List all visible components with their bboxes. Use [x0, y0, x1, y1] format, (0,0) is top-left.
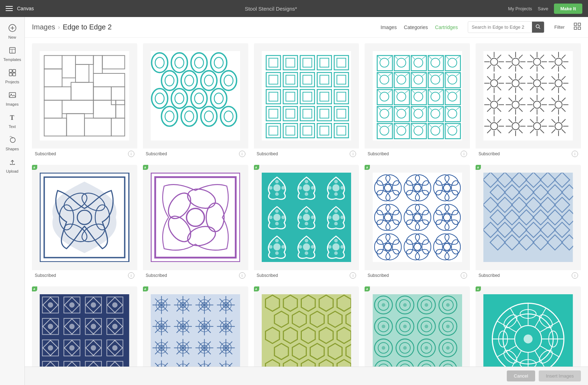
- info-icon[interactable]: i: [572, 272, 578, 279]
- svg-point-420: [273, 243, 281, 250]
- image-card[interactable]: Subscribed i: [476, 43, 581, 159]
- image-card[interactable]: Subscribed i: [476, 165, 581, 281]
- image-card[interactable]: Subscribed i: [254, 286, 359, 367]
- info-icon[interactable]: i: [350, 272, 356, 279]
- svg-text:T: T: [10, 114, 14, 121]
- image-thumbnail: [143, 286, 248, 367]
- subscription-badge: [476, 165, 481, 170]
- info-icon[interactable]: i: [572, 151, 578, 157]
- image-card[interactable]: Subscribed i: [32, 165, 137, 281]
- breadcrumb-parent[interactable]: Images: [32, 23, 55, 31]
- card-label: Subscribed: [35, 151, 56, 156]
- grid-toggle-button[interactable]: [574, 23, 581, 32]
- svg-rect-75: [262, 51, 351, 140]
- svg-point-790: [403, 325, 406, 328]
- info-icon[interactable]: i: [239, 272, 245, 279]
- svg-point-404: [334, 180, 338, 183]
- save-button[interactable]: Save: [538, 6, 548, 11]
- sidebar-item-images[interactable]: Images: [0, 88, 24, 110]
- search-button[interactable]: [532, 22, 544, 33]
- svg-point-15: [536, 25, 539, 28]
- info-icon[interactable]: i: [128, 272, 134, 279]
- sidebar-item-upload[interactable]: Upload: [0, 155, 24, 177]
- svg-rect-10: [9, 93, 16, 97]
- image-thumbnail: [32, 165, 137, 270]
- image-card[interactable]: Subscribed i: [32, 286, 137, 367]
- sidebar-item-projects-label: Projects: [5, 80, 20, 84]
- info-icon[interactable]: i: [128, 151, 134, 157]
- svg-rect-17: [574, 23, 577, 26]
- card-footer: Subscribed i: [365, 149, 470, 159]
- svg-point-418: [328, 216, 332, 219]
- nav-cartridges[interactable]: Cartridges: [435, 24, 458, 30]
- image-thumbnail: [365, 43, 470, 149]
- insert-images-button[interactable]: Insert Images: [539, 370, 581, 381]
- image-thumbnail: [143, 43, 248, 149]
- sidebar-item-templates[interactable]: Templates: [0, 43, 24, 65]
- info-icon[interactable]: i: [239, 151, 245, 157]
- sidebar-item-shapes[interactable]: Shapes: [0, 132, 24, 155]
- filter-button[interactable]: Filter: [554, 24, 565, 30]
- image-card[interactable]: Subscribed i: [254, 43, 359, 159]
- svg-point-784: [446, 303, 450, 307]
- new-icon: [9, 24, 16, 34]
- image-grid-area: Subscribed i Subscribed i Subscribed i S…: [25, 38, 588, 367]
- card-label: Subscribed: [478, 151, 500, 156]
- svg-rect-7: [13, 69, 16, 72]
- svg-point-414: [305, 209, 308, 213]
- svg-point-427: [305, 251, 308, 255]
- card-footer: Subscribed i: [143, 270, 248, 281]
- sidebar-item-new[interactable]: New: [0, 21, 24, 43]
- my-projects-link[interactable]: My Projects: [508, 6, 532, 11]
- subscription-badge: [476, 286, 481, 291]
- svg-point-412: [305, 222, 308, 225]
- subscription-badge: [365, 165, 370, 170]
- info-icon[interactable]: i: [350, 151, 356, 157]
- breadcrumb-current: Edge to Edge 2: [63, 23, 112, 31]
- breadcrumb: Images › Edge to Edge 2: [32, 23, 112, 31]
- subscription-badge: [32, 286, 37, 291]
- card-footer: Subscribed i: [365, 270, 470, 281]
- make-it-button[interactable]: Make It: [554, 4, 582, 14]
- info-icon[interactable]: i: [461, 151, 467, 157]
- subscription-badge: [254, 165, 259, 170]
- svg-rect-9: [13, 73, 16, 76]
- card-label: Subscribed: [367, 151, 389, 156]
- nav-images[interactable]: Images: [381, 24, 397, 30]
- image-card[interactable]: Subscribed i: [476, 286, 581, 367]
- svg-rect-3: [10, 48, 15, 53]
- svg-point-425: [303, 243, 310, 250]
- image-card[interactable]: Subscribed i: [365, 43, 470, 159]
- main-layout: New Templates Projects Images T Text: [0, 17, 588, 385]
- svg-point-539: [48, 302, 53, 308]
- nav-categories[interactable]: Categories: [404, 24, 428, 30]
- image-card[interactable]: Subscribed i: [32, 43, 137, 159]
- image-card[interactable]: Subscribed i: [365, 165, 470, 281]
- search-input[interactable]: [468, 22, 532, 32]
- svg-point-405: [273, 214, 281, 221]
- svg-point-13: [10, 138, 15, 143]
- svg-point-396: [311, 186, 315, 190]
- sidebar-item-projects[interactable]: Projects: [0, 65, 24, 88]
- image-card[interactable]: Subscribed i: [365, 286, 470, 367]
- svg-point-545: [91, 302, 96, 308]
- svg-point-403: [328, 186, 332, 190]
- svg-point-411: [311, 216, 315, 219]
- info-icon[interactable]: i: [461, 272, 467, 279]
- image-card[interactable]: Subscribed i: [143, 286, 248, 367]
- image-card[interactable]: Subscribed i: [143, 43, 248, 159]
- upload-icon: [9, 158, 16, 168]
- svg-point-416: [340, 216, 344, 219]
- card-footer: Subscribed i: [32, 270, 137, 281]
- image-card[interactable]: Subscribed i: [143, 165, 248, 281]
- image-thumbnail: [254, 165, 359, 270]
- sidebar: New Templates Projects Images T Text: [0, 17, 25, 385]
- subscription-badge: [143, 286, 148, 291]
- shapes-icon: [9, 136, 16, 145]
- hamburger-menu[interactable]: [6, 6, 13, 11]
- cancel-button[interactable]: Cancel: [507, 370, 535, 381]
- svg-point-415: [332, 214, 339, 221]
- svg-point-781: [425, 303, 428, 307]
- image-card[interactable]: Subscribed i: [254, 165, 359, 281]
- sidebar-item-text[interactable]: T Text: [0, 110, 24, 132]
